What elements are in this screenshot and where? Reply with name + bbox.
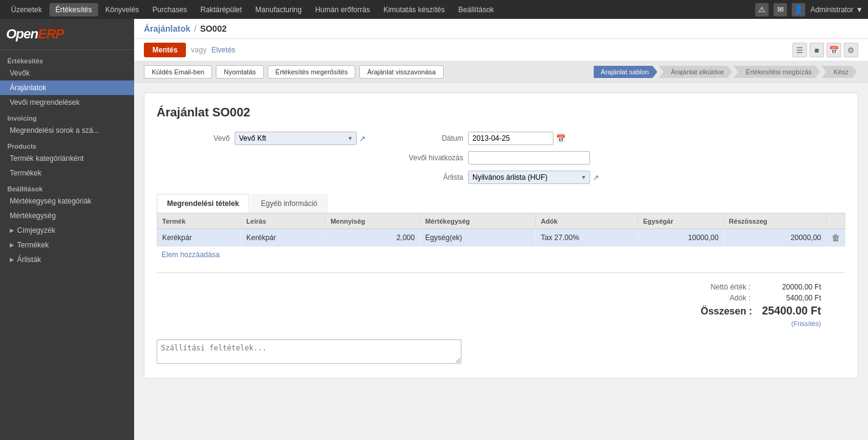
sidebar-item-me-kategoriak[interactable]: Mértékegység kategóriák: [0, 194, 134, 208]
print-button[interactable]: Nyomtatás: [216, 65, 264, 79]
admin-menu[interactable]: Administrator ▼: [810, 5, 863, 14]
sidebar-item-vevoi-megrendelesek[interactable]: Vevői megrendelések: [0, 95, 134, 110]
col-unit-price: Egységár: [638, 214, 724, 229]
breadcrumb-separator: /: [194, 24, 196, 34]
grand-total-row: Összesen : 25400.00 Ft: [700, 305, 821, 318]
nav-item-ertekesites[interactable]: Értékesítés: [49, 3, 98, 16]
sidebar-item-termek-kategoriak[interactable]: Termék kategóriánként: [0, 151, 134, 166]
col-unit: Mértékegység: [420, 214, 536, 229]
cancel-quote-button[interactable]: Árajánlat visszavonása: [359, 65, 444, 79]
top-nav: Üzenetek Értékesítés Könyvelés Purchases…: [0, 0, 868, 19]
list-view-btn[interactable]: ☰: [792, 43, 807, 57]
save-button[interactable]: Mentés: [144, 43, 186, 57]
add-item-link[interactable]: Elem hozzáadása: [157, 247, 224, 263]
status-pipeline: Árajánlat sablon Árajánlat elküldve Érté…: [594, 66, 858, 78]
mail-icon[interactable]: ✉: [774, 3, 787, 16]
cell-quantity: 2,000: [326, 229, 420, 247]
nav-item-manufacturing[interactable]: Manufacturing: [249, 3, 308, 16]
sidebar-item-cimjegyzek[interactable]: Címjegyzék: [0, 223, 134, 238]
sidebar-item-termekek[interactable]: Termékek: [0, 166, 134, 180]
sidebar-item-arajanlatok[interactable]: Árajánlatok: [0, 80, 134, 95]
divider: [157, 272, 845, 273]
cell-delete[interactable]: 🗑: [827, 229, 845, 247]
pricelist-external-link-icon[interactable]: ↗: [592, 173, 599, 182]
sidebar-item-mertekegyseg[interactable]: Mértékegység: [0, 208, 134, 223]
nav-item-konyv[interactable]: Könyvelés: [99, 3, 145, 16]
action-bar: Küldés Email-ben Nyomtatás Értékesítés m…: [134, 62, 868, 83]
pricelist-label: Árlista: [390, 173, 463, 182]
col-actions: [827, 214, 845, 229]
grand-total-value: 25400.00 Ft: [762, 305, 821, 318]
customer-ref-input[interactable]: [468, 151, 590, 165]
col-quantity: Mennyiség: [326, 214, 420, 229]
customer-select[interactable]: Vevő Kft: [235, 132, 357, 145]
calendar-view-btn[interactable]: 📅: [827, 43, 841, 57]
sidebar-item-megrendelesi-sorok[interactable]: Megrendelési sorok a szá...: [0, 123, 134, 138]
net-value: 20000,00 Ft: [760, 283, 821, 291]
nav-item-hr[interactable]: Humán erőforrás: [309, 3, 376, 16]
form-col-right: Dátum 📅 Vevői hivatkozás Árlista: [390, 132, 599, 184]
customer-row: Vevő Vevő Kft ↗: [157, 132, 366, 145]
grand-total-label: Összesen :: [700, 306, 752, 317]
email-button[interactable]: Küldés Email-ben: [144, 65, 212, 79]
net-total-row: Nettó érték : 20000,00 Ft: [689, 283, 821, 291]
customer-external-link-icon[interactable]: ↗: [359, 134, 366, 143]
main-content: Árajánlatok / SO002 Mentés vagy Elvetés …: [134, 19, 868, 440]
customer-ref-row: Vevői hivatkozás: [390, 151, 599, 165]
form-card: Árajánlat SO002 Vevő Vevő Kft: [144, 93, 858, 378]
order-table: Termék Leírás Mennyiség Mértékegység Adó…: [157, 213, 845, 247]
nav-item-purchases[interactable]: Purchases: [146, 3, 193, 16]
col-product: Termék: [157, 214, 241, 229]
date-row: Dátum 📅: [390, 132, 599, 145]
form-area: Árajánlat SO002 Vevő Vevő Kft: [134, 83, 868, 440]
sidebar-item-termekek2[interactable]: Termékek: [0, 238, 134, 252]
cell-unit-price: 10000,00: [638, 229, 724, 247]
nav-item-raktar[interactable]: Raktárépület: [194, 3, 248, 16]
sidebar-section-beallitasok: Beállítások: [0, 180, 134, 194]
col-taxes: Adók: [536, 214, 638, 229]
customer-ref-label: Vevői hivatkozás: [390, 154, 463, 162]
settings-view-btn[interactable]: ⚙: [844, 43, 858, 57]
shipping-textarea[interactable]: [157, 339, 461, 364]
cell-tax: Tax 27.00%: [536, 229, 638, 247]
sidebar-section-products: Products: [0, 138, 134, 151]
discard-button[interactable]: Elvetés: [212, 46, 235, 54]
bell-icon[interactable]: ⚠: [755, 3, 769, 16]
status-step-2: Árajánlat elküldve: [658, 66, 732, 78]
nav-item-uzenetek[interactable]: Üzenetek: [5, 3, 48, 16]
status-step-1: Árajánlat sablon: [594, 66, 658, 78]
delete-row-icon[interactable]: 🗑: [831, 233, 840, 243]
tab-other-info[interactable]: Egyéb információ: [251, 194, 328, 213]
col-subtotal: Részösszeg: [724, 214, 826, 229]
sidebar-item-vevok[interactable]: Vevők: [0, 66, 134, 80]
status-step-4: Kész: [822, 66, 857, 78]
status-step-3: Értékesítési megbízás: [733, 66, 820, 78]
tax-total-row: Adók : 5400,00 Ft: [689, 294, 821, 302]
calendar-icon[interactable]: 📅: [556, 134, 566, 143]
view-controls: ☰ ■ 📅 ⚙: [792, 43, 858, 57]
tax-label: Adók :: [689, 294, 750, 302]
col-description: Leírás: [241, 214, 326, 229]
pricelist-select[interactable]: Nyilvános árlista (HUF): [468, 171, 590, 184]
sidebar-section-invoicing: Invoicing: [0, 110, 134, 123]
date-input[interactable]: [468, 132, 553, 145]
tab-order-lines[interactable]: Megrendelési tételek: [157, 194, 249, 213]
nav-item-reports[interactable]: Kimutatás készítés: [377, 3, 451, 16]
net-label: Nettó érték :: [689, 283, 750, 291]
sidebar-item-arlistak[interactable]: Árlisták: [0, 252, 134, 267]
form-title: Árajánlat SO002: [157, 105, 845, 119]
customer-label: Vevő: [157, 134, 230, 143]
logo: OpenERP: [0, 21, 134, 50]
table-row[interactable]: Kerékpár Kerékpár 2,000 Egység(ek) Tax 2…: [157, 229, 845, 247]
pricelist-row: Árlista Nyilvános árlista (HUF) ↗: [390, 171, 599, 184]
breadcrumb-parent[interactable]: Árajánlatok: [144, 24, 190, 34]
form-view-btn[interactable]: ■: [809, 43, 824, 57]
refresh-link[interactable]: (Frissítés): [791, 320, 821, 327]
user-icon[interactable]: 👤: [792, 3, 805, 16]
tabs: Megrendelési tételek Egyéb információ: [157, 194, 845, 213]
nav-item-settings[interactable]: Beállítások: [452, 3, 500, 16]
form-fields: Vevő Vevő Kft ↗: [157, 132, 845, 184]
confirm-button[interactable]: Értékesítés megerősítés: [268, 65, 356, 79]
cell-description: Kerékpár: [241, 229, 326, 247]
pricelist-field: Nyilvános árlista (HUF) ↗: [468, 171, 599, 184]
